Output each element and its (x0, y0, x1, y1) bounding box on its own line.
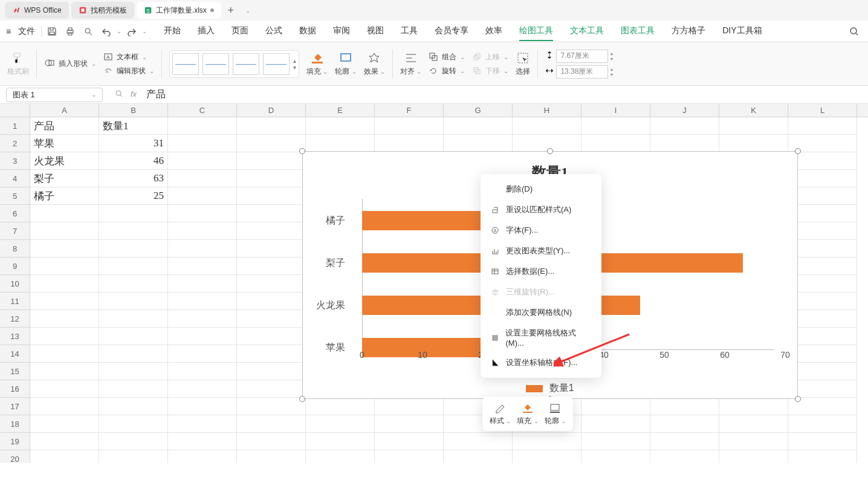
row-header[interactable]: 14 (0, 345, 30, 363)
cell[interactable] (444, 135, 513, 152)
context-menu-item[interactable]: 更改图表类型(Y)... (481, 241, 601, 261)
cell[interactable] (788, 187, 857, 205)
menu-tab[interactable]: 会员专享 (435, 22, 468, 41)
cell[interactable] (168, 450, 237, 463)
column-header[interactable]: C (168, 104, 237, 117)
add-tab-button[interactable]: + (224, 3, 238, 18)
cell[interactable] (237, 328, 306, 345)
cell[interactable] (99, 205, 168, 222)
cell[interactable] (168, 117, 237, 135)
mini-style-button[interactable]: 样式 ⌄ (490, 401, 511, 426)
cell[interactable] (581, 398, 650, 415)
cell[interactable] (30, 433, 99, 450)
cell[interactable] (375, 135, 444, 152)
cell[interactable] (788, 170, 857, 187)
cell[interactable]: 梨子 (30, 170, 99, 187)
cell[interactable] (99, 310, 168, 328)
cell[interactable] (788, 240, 857, 258)
cell[interactable] (788, 117, 857, 135)
row-header[interactable]: 1 (0, 117, 30, 135)
menu-tab[interactable]: 开始 (164, 22, 181, 41)
cell[interactable] (30, 415, 99, 433)
cell[interactable] (719, 415, 788, 433)
row-header[interactable]: 12 (0, 310, 30, 328)
cell[interactable] (788, 152, 857, 170)
row-header[interactable]: 11 (0, 293, 30, 310)
menu-tab[interactable]: 公式 (265, 22, 282, 41)
cell[interactable] (237, 222, 306, 240)
cell[interactable] (306, 117, 375, 135)
cell[interactable] (788, 293, 857, 310)
cell[interactable]: 31 (99, 135, 168, 152)
cell[interactable] (719, 117, 788, 135)
formula-text[interactable]: 产品 (143, 88, 166, 101)
cell[interactable] (237, 275, 306, 293)
file-menu[interactable]: 文件 (15, 24, 39, 39)
hamburger-icon[interactable]: ≡ (6, 27, 11, 36)
cell[interactable] (99, 433, 168, 450)
column-header[interactable]: B (99, 104, 168, 117)
column-header[interactable]: A (30, 104, 99, 117)
cell[interactable] (237, 310, 306, 328)
cell[interactable] (237, 293, 306, 310)
cell[interactable] (650, 117, 719, 135)
cell[interactable] (30, 310, 99, 328)
menu-tab[interactable]: 审阅 (333, 22, 350, 41)
cell[interactable] (788, 345, 857, 363)
cell[interactable] (168, 152, 237, 170)
cell[interactable] (168, 310, 237, 328)
cell[interactable] (788, 380, 857, 398)
row-header[interactable]: 13 (0, 328, 30, 345)
cell[interactable] (168, 205, 237, 222)
cell[interactable]: 63 (99, 170, 168, 187)
cell[interactable] (581, 135, 650, 152)
cell[interactable] (237, 450, 306, 463)
cell[interactable] (30, 258, 99, 275)
cell[interactable] (168, 345, 237, 363)
cell[interactable] (30, 363, 99, 380)
cell[interactable]: 火龙果 (30, 152, 99, 170)
edit-shape-button[interactable]: 编辑形状⌄ (103, 66, 154, 76)
column-header[interactable]: H (513, 104, 581, 117)
context-menu-item[interactable]: A字体(F)... (481, 220, 601, 241)
outline-button[interactable]: 轮廓 ⌄ (335, 51, 356, 77)
cell[interactable] (168, 293, 237, 310)
row-header[interactable]: 9 (0, 258, 30, 275)
cell[interactable] (306, 398, 375, 415)
cell[interactable] (99, 450, 168, 463)
row-header[interactable]: 10 (0, 275, 30, 293)
style-gallery[interactable]: ▴▾ (169, 50, 299, 78)
column-header[interactable]: D (237, 104, 306, 117)
cell[interactable] (99, 328, 168, 345)
cell[interactable] (99, 293, 168, 310)
cell[interactable] (168, 222, 237, 240)
cell[interactable] (788, 450, 857, 463)
cell[interactable] (581, 450, 650, 463)
column-header[interactable]: G (444, 104, 513, 117)
cell[interactable] (168, 258, 237, 275)
row-header[interactable]: 5 (0, 187, 30, 205)
cell[interactable]: 产品 (30, 117, 99, 135)
cell[interactable] (650, 415, 719, 433)
row-header[interactable]: 3 (0, 152, 30, 170)
cell[interactable] (237, 345, 306, 363)
row-header[interactable]: 8 (0, 240, 30, 258)
context-menu-item[interactable]: 选择数据(E)... (481, 261, 601, 282)
menu-tab[interactable]: 文本工具 (570, 22, 604, 41)
cell[interactable] (30, 345, 99, 363)
cell[interactable]: 25 (99, 187, 168, 205)
cell[interactable] (444, 117, 513, 135)
cell[interactable] (30, 398, 99, 415)
textbox-button[interactable]: A 文本框⌄ (103, 52, 154, 62)
column-header[interactable]: I (581, 104, 650, 117)
column-header[interactable]: E (306, 104, 375, 117)
fx-icon[interactable]: fx (131, 89, 137, 100)
cell[interactable] (30, 275, 99, 293)
context-menu-item[interactable]: 删除(D) (481, 179, 601, 199)
column-header[interactable]: L (788, 104, 857, 117)
cell[interactable]: 数量1 (99, 117, 168, 135)
cell[interactable] (650, 450, 719, 463)
cell[interactable] (513, 433, 581, 450)
app-tab-template[interactable]: 找稻壳模板 (71, 2, 134, 19)
cell[interactable] (444, 450, 513, 463)
